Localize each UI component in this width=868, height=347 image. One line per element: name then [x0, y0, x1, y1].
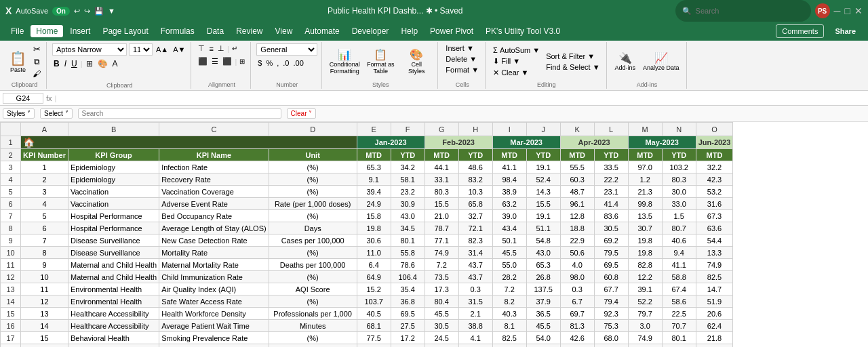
- data-cell[interactable]: (%): [269, 344, 357, 348]
- addins-button[interactable]: 🔌 Add-ins: [612, 50, 639, 73]
- data-cell[interactable]: 16.0: [594, 344, 628, 348]
- data-cell[interactable]: 32.7: [458, 210, 492, 222]
- data-cell[interactable]: 2.1: [458, 308, 492, 320]
- col-i-header[interactable]: I: [492, 123, 526, 136]
- data-cell[interactable]: Environmental Health: [68, 295, 159, 308]
- data-cell[interactable]: 33.0: [662, 198, 696, 210]
- data-cell[interactable]: Healthcare Accessibility: [68, 320, 159, 332]
- fill-button[interactable]: ⬇ Fill ▼: [491, 56, 542, 66]
- data-cell[interactable]: 40.6: [662, 234, 696, 247]
- data-cell[interactable]: 137.5: [526, 283, 560, 295]
- data-cell[interactable]: 31.5: [458, 295, 492, 308]
- data-cell[interactable]: 31.4: [458, 247, 492, 259]
- row-number-cell[interactable]: 8: [1, 222, 21, 234]
- data-cell[interactable]: Average Patient Wait Time: [159, 320, 269, 332]
- data-cell[interactable]: Behavioral Health: [68, 332, 159, 344]
- col-b-header[interactable]: B: [68, 123, 159, 136]
- data-cell[interactable]: 54.8: [526, 234, 560, 247]
- data-cell[interactable]: 65.8: [458, 198, 492, 210]
- data-cell[interactable]: 83.2: [458, 174, 492, 186]
- data-cell[interactable]: 18.8: [560, 222, 594, 234]
- redo-icon[interactable]: ↪: [84, 7, 90, 16]
- data-cell[interactable]: 58.8: [662, 271, 696, 283]
- data-cell[interactable]: 72.1: [458, 222, 492, 234]
- data-cell[interactable]: 19.8: [357, 222, 391, 234]
- align-bottom-button[interactable]: ⊥: [216, 43, 226, 54]
- row-number-cell[interactable]: 14: [1, 295, 21, 308]
- data-cell[interactable]: 8.2: [492, 295, 526, 308]
- data-cell[interactable]: 80.7: [662, 222, 696, 234]
- share-button[interactable]: Share: [828, 25, 863, 37]
- col-a-header[interactable]: A: [21, 123, 68, 136]
- decrease-font-button[interactable]: A▼: [172, 45, 186, 54]
- data-cell[interactable]: 24.6: [560, 344, 594, 348]
- align-center-button[interactable]: ☰: [210, 56, 220, 66]
- data-cell[interactable]: Healthcare Accessibility: [68, 308, 159, 320]
- data-cell[interactable]: (%): [269, 186, 357, 198]
- data-cell[interactable]: 9: [21, 259, 68, 271]
- data-cell[interactable]: 26.8: [526, 271, 560, 283]
- data-cell[interactable]: 13.5: [628, 210, 662, 222]
- data-cell[interactable]: 58.1: [391, 174, 425, 186]
- data-cell[interactable]: 106.4: [391, 271, 425, 283]
- data-cell[interactable]: 30.6: [357, 234, 391, 247]
- data-cell[interactable]: 98.0: [560, 271, 594, 283]
- data-cell[interactable]: Days: [269, 222, 357, 234]
- data-cell[interactable]: 41.1: [662, 259, 696, 271]
- data-cell[interactable]: 67.4: [662, 283, 696, 295]
- data-cell[interactable]: Deaths per 100,000: [269, 259, 357, 271]
- data-cell[interactable]: Maternal and Child Health: [68, 259, 159, 271]
- data-cell[interactable]: 3: [21, 186, 68, 198]
- col-j-header[interactable]: J: [526, 123, 560, 136]
- underline-button[interactable]: U: [70, 58, 79, 69]
- font-name-selector[interactable]: Aptos Narrow Arial Calibri: [52, 43, 127, 56]
- menu-automate[interactable]: Automate: [299, 25, 344, 37]
- row-number-cell[interactable]: 13: [1, 283, 21, 295]
- col-n-header[interactable]: N: [662, 123, 696, 136]
- cell-reference-input[interactable]: G24: [3, 93, 43, 104]
- data-cell[interactable]: 37.9: [526, 295, 560, 308]
- data-cell[interactable]: 15.5: [425, 198, 458, 210]
- data-cell[interactable]: 24.9: [357, 198, 391, 210]
- data-cell[interactable]: 12.4: [526, 344, 560, 348]
- data-cell[interactable]: 14: [21, 320, 68, 332]
- data-cell[interactable]: 75.3: [594, 320, 628, 332]
- data-cell[interactable]: 99.8: [628, 198, 662, 210]
- data-cell[interactable]: 82.3: [458, 234, 492, 247]
- data-cell[interactable]: (%): [269, 271, 357, 283]
- data-cell[interactable]: 11.0: [357, 247, 391, 259]
- data-cell[interactable]: Epidemiology: [68, 161, 159, 174]
- find-select-button[interactable]: Find & Select ▼: [544, 62, 601, 72]
- row-number-cell[interactable]: 9: [1, 234, 21, 247]
- data-cell[interactable]: 21.3: [628, 186, 662, 198]
- data-cell[interactable]: 17.2: [391, 332, 425, 344]
- align-left-button[interactable]: ⬛: [197, 56, 209, 66]
- font-size-selector[interactable]: 11 10 12: [129, 43, 153, 56]
- insert-button[interactable]: Insert ▼: [443, 43, 481, 53]
- data-cell[interactable]: 28.2: [492, 271, 526, 283]
- data-cell[interactable]: 43.7: [458, 259, 492, 271]
- filter-search-input[interactable]: [78, 108, 281, 119]
- data-cell[interactable]: (%): [269, 332, 357, 344]
- data-cell[interactable]: Hospital Performance: [68, 222, 159, 234]
- data-cell[interactable]: 41.1: [492, 161, 526, 174]
- data-cell[interactable]: 15.2: [357, 283, 391, 295]
- data-cell[interactable]: 74.9: [628, 332, 662, 344]
- data-cell[interactable]: 14.7: [696, 283, 733, 295]
- data-cell[interactable]: Behavioral Health: [68, 344, 159, 348]
- row-number-cell[interactable]: 18: [1, 344, 21, 348]
- data-cell[interactable]: 82.5: [696, 271, 733, 283]
- data-cell[interactable]: (%): [269, 247, 357, 259]
- col-l-header[interactable]: L: [594, 123, 628, 136]
- data-cell[interactable]: 21.0: [425, 210, 458, 222]
- col-g-header[interactable]: G: [425, 123, 458, 136]
- data-cell[interactable]: 13: [21, 308, 68, 320]
- menu-pk-utility[interactable]: PK's Utility Tool V3.0: [480, 25, 566, 37]
- currency-button[interactable]: $: [256, 58, 263, 68]
- col-m-header[interactable]: M: [628, 123, 662, 136]
- row-number-cell[interactable]: 3: [1, 161, 21, 174]
- data-cell[interactable]: 98.4: [492, 174, 526, 186]
- comma-button[interactable]: ,: [275, 58, 280, 68]
- data-cell[interactable]: Maternal Mortality Rate: [159, 259, 269, 271]
- data-cell[interactable]: 48.6: [458, 161, 492, 174]
